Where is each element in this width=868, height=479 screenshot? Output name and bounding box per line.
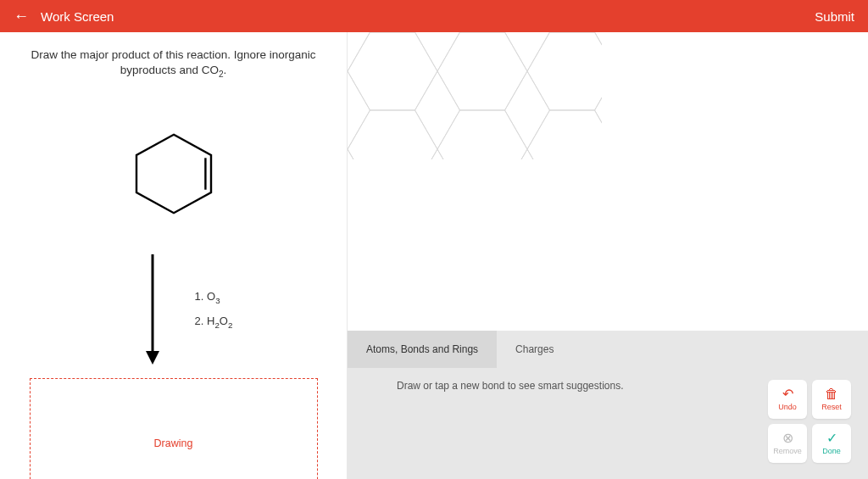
question-panel: Draw the major product of this reaction.…	[0, 32, 348, 479]
svg-marker-3	[146, 351, 159, 365]
trash-icon: 🗑	[825, 387, 838, 401]
undo-button[interactable]: ↶ Undo	[768, 380, 807, 419]
reagent-list: 1. O3 2. H2O2	[195, 285, 233, 334]
done-button[interactable]: ✓ Done	[812, 424, 851, 463]
drawing-box-label: Drawing	[154, 437, 193, 449]
back-arrow-icon[interactable]: ←	[14, 8, 29, 24]
submit-button[interactable]: Submit	[815, 9, 854, 24]
reset-button[interactable]: 🗑 Reset	[812, 380, 851, 419]
app-header: ← Work Screen Submit	[0, 0, 868, 32]
tool-panel: Atoms, Bonds and Rings Charges Draw or t…	[348, 331, 868, 479]
drawing-canvas[interactable]	[348, 32, 868, 331]
hex-grid-background	[348, 32, 602, 159]
remove-button[interactable]: ⊗ Remove	[768, 424, 807, 463]
tab-charges[interactable]: Charges	[497, 331, 572, 368]
reactant-structure	[127, 127, 220, 220]
check-icon: ✓	[826, 432, 837, 445]
canvas-hint-text: Draw or tap a new bond to see smart sugg…	[397, 380, 623, 392]
remove-icon: ⊗	[782, 432, 793, 445]
undo-icon: ↶	[782, 387, 793, 401]
reaction-arrow-icon	[144, 254, 161, 365]
screen-title: Work Screen	[41, 9, 114, 24]
drawing-target-box[interactable]: Drawing	[30, 378, 318, 479]
question-prompt: Draw the major product of this reaction.…	[31, 47, 315, 81]
tab-atoms-bonds-rings[interactable]: Atoms, Bonds and Rings	[348, 331, 497, 368]
svg-marker-0	[136, 134, 211, 212]
svg-rect-7	[348, 32, 602, 159]
